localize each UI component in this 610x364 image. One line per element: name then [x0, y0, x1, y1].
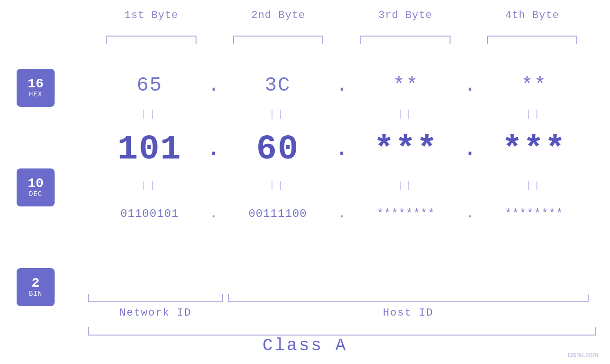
main-container: 1st Byte 2nd Byte 3rd Byte 4th Byte 16 H…: [0, 0, 610, 364]
dec-byte2-cell: 60: [221, 130, 335, 169]
dec-base-box: 10 DEC: [17, 168, 55, 206]
eq2-b1: ||: [93, 180, 206, 191]
dec-byte4-cell: ***: [477, 130, 591, 169]
byte-headers: 1st Byte 2nd Byte 3rd Byte 4th Byte: [88, 9, 596, 21]
bin-row: 01100101 . 00111100 . ******** . *******…: [88, 195, 596, 233]
bin-byte3-value: ********: [376, 207, 435, 220]
byte1-header: 1st Byte: [104, 9, 199, 21]
bracket-byte1: [106, 36, 197, 44]
network-id-label: Network ID: [88, 307, 223, 319]
hex-base-label: HEX: [29, 91, 42, 98]
top-brackets: [88, 36, 596, 44]
eq2-b2: ||: [221, 180, 335, 191]
eq1-b1: ||: [93, 109, 206, 120]
bottom-brackets: [88, 294, 596, 302]
eq2-b3: ||: [349, 180, 463, 191]
dec-dot3: .: [463, 138, 477, 161]
hex-byte4-cell: **: [477, 74, 591, 97]
hex-dot2: .: [335, 74, 349, 97]
bracket-byte3: [360, 36, 450, 44]
dec-row: 101 . 60 . *** . ***: [88, 123, 596, 176]
hex-row: 65 . 3C . ** . **: [88, 66, 596, 104]
hex-base-box: 16 HEX: [17, 69, 55, 107]
equals-row-2: || || || ||: [88, 176, 596, 195]
hex-byte3-cell: **: [349, 74, 463, 97]
dec-byte4-value: ***: [502, 130, 566, 169]
eq2-b4: ||: [477, 180, 591, 191]
bin-base-box: 2 BIN: [17, 268, 55, 306]
dec-byte3-cell: ***: [349, 130, 463, 169]
bin-base-label: BIN: [29, 290, 42, 298]
rows-area: 65 . 3C . ** . ** || || || ||: [88, 52, 596, 233]
network-bracket: [88, 294, 223, 302]
byte3-header: 3rd Byte: [358, 9, 453, 21]
class-label: Class A: [0, 336, 610, 355]
hex-byte1-cell: 65: [93, 74, 206, 97]
bin-byte2-cell: 00111100: [221, 207, 335, 220]
byte4-header: 4th Byte: [485, 9, 580, 21]
dec-byte2-value: 60: [256, 130, 299, 169]
bin-byte3-cell: ********: [349, 207, 463, 220]
dec-base-label: DEC: [29, 190, 42, 198]
dec-base-num: 10: [28, 177, 44, 190]
bin-byte1-cell: 01100101: [93, 207, 206, 220]
hex-byte2-value: 3C: [265, 74, 291, 97]
bin-dot1: .: [206, 206, 221, 221]
hex-byte3-value: **: [393, 74, 419, 97]
eq1-b2: ||: [221, 109, 335, 120]
big-bottom-bracket: [88, 327, 596, 336]
hex-byte4-value: **: [521, 74, 547, 97]
base-boxes: 16 HEX 10 DEC 2 BIN: [17, 69, 55, 306]
bracket-byte2: [233, 36, 323, 44]
hex-base-num: 16: [28, 77, 44, 91]
dec-byte1-value: 101: [117, 130, 182, 169]
bin-byte1-value: 01100101: [120, 207, 178, 220]
bracket-byte4: [487, 36, 577, 44]
eq1-b3: ||: [349, 109, 463, 120]
hex-dot3: .: [463, 74, 477, 97]
dec-byte3-value: ***: [374, 130, 438, 169]
dec-dot2: .: [335, 138, 349, 161]
bin-base-num: 2: [32, 277, 40, 290]
equals-row-1: || || || ||: [88, 104, 596, 123]
hex-byte1-value: 65: [137, 74, 162, 97]
bin-dot3: .: [463, 206, 477, 221]
hex-byte2-cell: 3C: [221, 74, 335, 97]
bin-byte2-value: 00111100: [248, 207, 307, 220]
bin-dot2: .: [335, 206, 349, 221]
watermark: ipshu.com: [568, 351, 598, 358]
host-bracket: [228, 294, 589, 302]
byte2-header: 2nd Byte: [231, 9, 326, 21]
hex-dot1: .: [206, 74, 221, 97]
host-id-label: Host ID: [228, 307, 589, 319]
id-labels: Network ID Host ID: [88, 307, 596, 319]
eq1-b4: ||: [477, 109, 591, 120]
bin-byte4-cell: ********: [477, 207, 591, 220]
bin-byte4-value: ********: [505, 207, 563, 220]
dec-byte1-cell: 101: [93, 130, 206, 169]
dec-dot1: .: [206, 138, 221, 161]
